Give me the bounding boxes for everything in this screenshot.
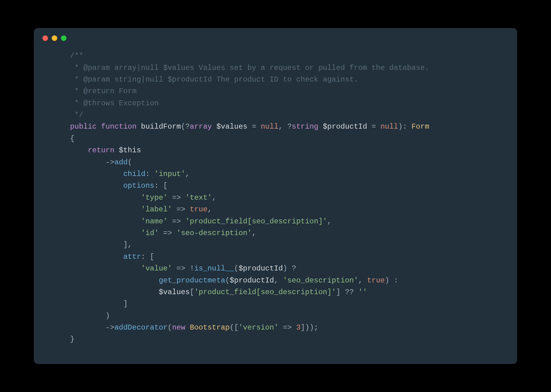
token-punct: ] [123, 300, 127, 308]
token-keyword: return [88, 146, 114, 154]
token-bool: null [380, 122, 398, 131]
token-punct: : [ [141, 253, 154, 261]
token-dollar: $values [216, 122, 247, 131]
token-punct [318, 122, 323, 131]
token-comment: /** [70, 52, 83, 60]
code-line: attr: [ [52, 251, 499, 263]
token-comment: * @throws Exception [70, 99, 159, 107]
token-comment: * @param string|null $productId The prod… [70, 75, 358, 84]
token-punct: } [70, 335, 74, 343]
token-type: array [190, 122, 212, 131]
token-punct: ) [106, 312, 110, 320]
token-name: options [123, 182, 154, 190]
token-keyword: public [70, 122, 97, 131]
code-line: * @throws Exception [52, 98, 499, 109]
token-punct: => [167, 194, 185, 202]
window-titlebar [34, 28, 517, 44]
token-punct: => ! [172, 264, 194, 273]
token-string: 'seo_description' [283, 276, 358, 285]
close-icon[interactable] [42, 35, 48, 41]
code-editor: /** * @param array|null $values Values s… [34, 44, 517, 364]
code-line: ) [52, 310, 499, 322]
token-bool: true [190, 205, 207, 214]
token-punct: => [159, 229, 177, 237]
token-string: 'label' [141, 205, 172, 214]
code-line: 'name' => 'product_field[seo_description… [52, 216, 499, 227]
token-punct: ( [167, 323, 172, 332]
code-line: */ [52, 109, 499, 121]
token-class: Form [412, 122, 429, 131]
token-string: 'product_field[seo_description]' [194, 288, 336, 296]
token-class: Bootstrap [190, 323, 230, 332]
token-punct: , [252, 229, 256, 237]
token-string: 'value' [141, 264, 172, 273]
token-name: child [123, 170, 145, 178]
token-dollar: $productId [239, 264, 283, 273]
token-punct: : [145, 170, 154, 178]
token-name: attr [123, 253, 141, 261]
token-punct: => [167, 217, 185, 226]
token-keyword: function [101, 122, 136, 131]
token-string: '' [358, 288, 367, 296]
token-keyword: new [172, 323, 185, 332]
token-punct: ( [181, 122, 185, 131]
code-line: ->addDecorator(new Bootstrap(['version' … [52, 322, 499, 334]
code-line: ], [52, 239, 499, 251]
token-punct: , [207, 205, 212, 214]
token-punct: ): [398, 122, 411, 131]
token-punct: -> [106, 158, 115, 166]
code-line: 'type' => 'text', [52, 192, 499, 204]
code-line: child: 'input', [52, 168, 499, 180]
code-line: * @param array|null $values Values set b… [52, 62, 499, 74]
token-comment: * @return Form [70, 87, 137, 95]
token-punct: => [172, 205, 190, 214]
token-punct: ? [287, 122, 292, 131]
token-string: 'input' [154, 170, 185, 178]
token-string: 'text' [185, 194, 212, 202]
token-type: string [292, 122, 318, 131]
token-punct [97, 122, 101, 131]
token-punct: ? [185, 122, 190, 131]
token-punct: , [327, 217, 332, 226]
token-punct [185, 323, 190, 332]
token-punct: ] ?? [336, 288, 358, 296]
token-punct: , [212, 194, 216, 202]
token-string: 'version' [239, 323, 279, 332]
token-call: addDecorator [115, 323, 168, 332]
token-punct: ( [225, 276, 230, 285]
token-dollar: $productId [323, 122, 367, 131]
token-punct: , [274, 276, 283, 285]
token-punct: { [70, 134, 74, 143]
token-punct: , [358, 276, 367, 285]
token-punct: [ [190, 288, 194, 296]
token-string: 'id' [141, 229, 159, 237]
code-line: 'id' => 'seo-description', [52, 227, 499, 239]
code-line: $values['product_field[seo_description]'… [52, 286, 499, 298]
code-line: { [52, 133, 499, 145]
code-line: /** [52, 50, 499, 62]
token-bool: true [367, 276, 385, 285]
token-string: 'product_field[seo_description]' [185, 217, 327, 226]
token-call: add [115, 158, 128, 166]
token-punct: ], [123, 241, 132, 249]
token-punct: ([ [230, 323, 239, 332]
token-comment: */ [70, 111, 83, 119]
token-punct: ( [128, 158, 132, 166]
token-punct [137, 122, 141, 131]
token-comment: * @param array|null $values Values set b… [70, 64, 429, 72]
token-func: buildForm [141, 122, 181, 131]
token-punct: => [279, 323, 296, 332]
code-window: /** * @param array|null $values Values s… [34, 28, 517, 364]
token-punct: ) : [385, 276, 398, 285]
minimize-icon[interactable] [52, 35, 57, 41]
token-punct: ) ? [283, 264, 296, 273]
code-line: public function buildForm(?array $values… [52, 121, 499, 133]
zoom-icon[interactable] [61, 35, 66, 41]
token-punct: = [367, 122, 380, 131]
token-punct: , [185, 170, 190, 178]
code-line: 'value' => !is_null__($productId) ? [52, 263, 499, 274]
token-string: 'name' [141, 217, 167, 226]
token-string: 'seo-description' [176, 229, 252, 237]
token-dollar: $productId [230, 276, 274, 285]
token-bool: null [261, 122, 279, 131]
